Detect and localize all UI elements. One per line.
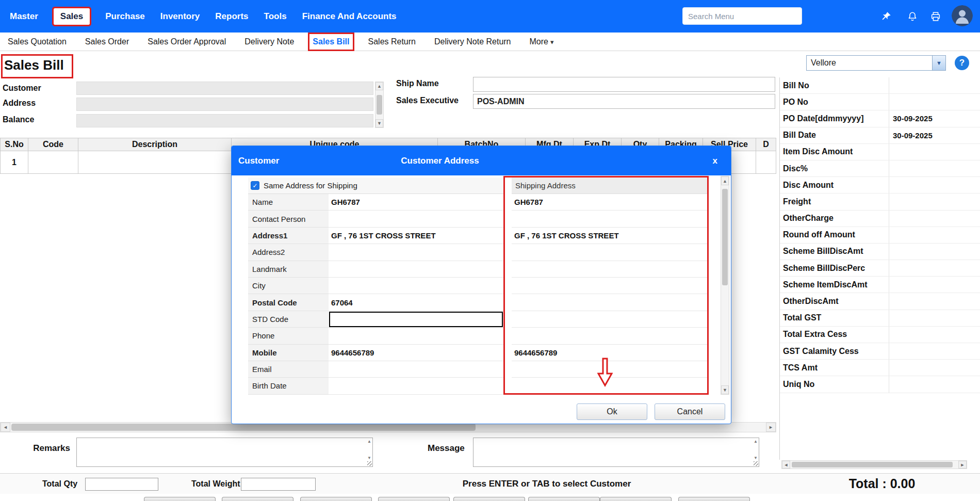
bottom-action-button[interactable] <box>678 497 750 501</box>
scroll-down-icon[interactable]: ▼ <box>367 456 371 460</box>
bill-field-value[interactable] <box>889 360 980 376</box>
shipping-field-input[interactable] <box>512 211 708 227</box>
field-input[interactable] <box>329 211 503 227</box>
bottom-action-button[interactable] <box>222 497 293 501</box>
pin-icon[interactable] <box>878 9 894 24</box>
scroll-thumb[interactable] <box>722 189 728 285</box>
field-input[interactable]: GH6787 <box>329 194 503 211</box>
shipping-field-input[interactable] <box>512 361 708 378</box>
shipping-field-input[interactable] <box>512 378 708 394</box>
table-cell[interactable] <box>78 151 232 174</box>
bill-field-value[interactable] <box>889 310 980 326</box>
shipping-field-input[interactable] <box>512 244 708 261</box>
sales-executive-input[interactable]: POS-ADMIN <box>473 94 775 109</box>
total-weight-input[interactable] <box>241 478 316 491</box>
field-input[interactable]: 9644656789 <box>329 345 503 361</box>
shipping-field-input[interactable]: 9644656789 <box>512 345 708 361</box>
address-input[interactable] <box>76 98 373 111</box>
remarks-textarea[interactable]: ▲ ▼ <box>76 438 373 467</box>
field-input[interactable] <box>329 378 503 394</box>
scroll-up-icon[interactable]: ▲ <box>367 439 371 444</box>
scroll-thumb[interactable] <box>377 95 382 115</box>
scroll-right-icon[interactable]: ► <box>766 423 776 432</box>
ok-button[interactable]: Ok <box>577 403 647 420</box>
combo-arrow-icon[interactable]: ▼ <box>932 56 945 70</box>
user-avatar[interactable] <box>952 5 973 26</box>
scroll-left-icon[interactable]: ◄ <box>1 423 10 432</box>
sub-menu-item[interactable]: Sales Return▾ <box>368 37 416 46</box>
menu-item[interactable]: Inventory <box>160 11 200 22</box>
bottom-action-button[interactable] <box>378 497 450 501</box>
bill-field-value[interactable] <box>889 327 980 343</box>
bill-field-value[interactable] <box>889 293 980 309</box>
resize-handle[interactable] <box>754 461 758 466</box>
sub-menu-item[interactable]: Sales Bill▾ <box>313 37 349 46</box>
total-qty-input[interactable] <box>85 478 158 491</box>
shipping-field-input[interactable] <box>512 278 708 294</box>
bottom-action-button[interactable] <box>528 497 600 501</box>
field-input[interactable] <box>329 311 503 328</box>
bill-field-value[interactable] <box>889 177 980 193</box>
scroll-up-icon[interactable]: ▲ <box>375 82 383 90</box>
shipping-field-input[interactable] <box>512 328 708 344</box>
table-cell[interactable] <box>756 151 776 174</box>
menu-item[interactable]: Purchase <box>105 11 145 22</box>
shipping-field-input[interactable]: GF , 76 1ST CROSS STREET <box>512 228 708 244</box>
sidebar-horizontal-scrollbar[interactable]: ◄ ► <box>781 460 967 469</box>
scroll-up-icon[interactable]: ▲ <box>754 439 758 444</box>
bill-field-value[interactable] <box>889 227 980 243</box>
bill-field-value[interactable] <box>889 277 980 293</box>
sub-menu-item[interactable]: Delivery Note Return▾ <box>434 37 511 46</box>
message-textarea[interactable]: ▲ ▼ <box>473 438 759 467</box>
bill-field-value[interactable] <box>889 376 980 392</box>
resize-handle[interactable] <box>367 461 372 466</box>
field-input[interactable] <box>329 244 503 261</box>
sub-menu-item[interactable]: More▾ <box>530 37 554 46</box>
scroll-left-icon[interactable]: ◄ <box>782 461 790 468</box>
bill-field-value[interactable] <box>889 193 980 209</box>
bottom-action-button[interactable] <box>144 497 216 501</box>
cancel-button[interactable]: Cancel <box>655 403 725 420</box>
scroll-down-icon[interactable]: ▼ <box>375 119 383 127</box>
bill-field-value[interactable] <box>889 343 980 359</box>
ship-name-input[interactable] <box>473 77 775 92</box>
balance-input[interactable] <box>76 114 373 127</box>
bill-field-value[interactable] <box>889 77 980 93</box>
menu-item[interactable]: Master <box>10 11 38 22</box>
shipping-field-input[interactable]: GH6787 <box>512 194 708 211</box>
field-input[interactable]: 67064 <box>329 294 503 311</box>
search-input[interactable] <box>682 7 802 25</box>
customer-input[interactable] <box>76 82 373 95</box>
bottom-action-button[interactable] <box>600 497 672 501</box>
printer-icon[interactable] <box>928 9 943 24</box>
bill-field-value[interactable] <box>889 244 980 260</box>
bill-field-value[interactable]: 30-09-2025 <box>889 127 980 143</box>
sub-menu-item[interactable]: Sales Order Approval▾ <box>148 37 226 46</box>
sub-menu-item[interactable]: Delivery Note▾ <box>244 37 294 46</box>
bill-field-value[interactable] <box>889 94 980 110</box>
field-input[interactable] <box>329 361 503 378</box>
field-input[interactable] <box>329 261 503 278</box>
bottom-action-button[interactable] <box>300 497 372 501</box>
bill-field-value[interactable] <box>889 160 980 176</box>
form-scrollbar[interactable]: ▲ ▼ <box>375 82 384 128</box>
scroll-right-icon[interactable]: ► <box>958 461 967 468</box>
help-button[interactable]: ? <box>955 56 969 70</box>
menu-item[interactable]: Tools <box>264 11 287 22</box>
table-cell-sno[interactable]: 1 <box>0 151 28 174</box>
shipping-field-input[interactable] <box>512 261 708 278</box>
field-input[interactable] <box>329 328 503 344</box>
scroll-down-icon[interactable]: ▼ <box>721 385 729 394</box>
bill-field-value[interactable]: 30-09-2025 <box>889 110 980 126</box>
bill-field-value[interactable] <box>889 260 980 276</box>
menu-item[interactable]: Sales <box>54 8 90 25</box>
same-address-checkbox[interactable]: ✓ <box>251 181 259 190</box>
field-input[interactable]: GF , 76 1ST CROSS STREET <box>329 228 503 244</box>
dialog-scrollbar[interactable]: ▲ ▼ <box>721 176 729 395</box>
menu-item[interactable]: Finance And Accounts <box>302 11 397 22</box>
scroll-thumb[interactable] <box>11 424 476 431</box>
shipping-field-input[interactable] <box>512 294 708 311</box>
sub-menu-item[interactable]: Sales Quotation▾ <box>8 37 67 46</box>
sub-menu-item[interactable]: Sales Order▾ <box>85 37 129 46</box>
field-input[interactable] <box>329 278 503 294</box>
